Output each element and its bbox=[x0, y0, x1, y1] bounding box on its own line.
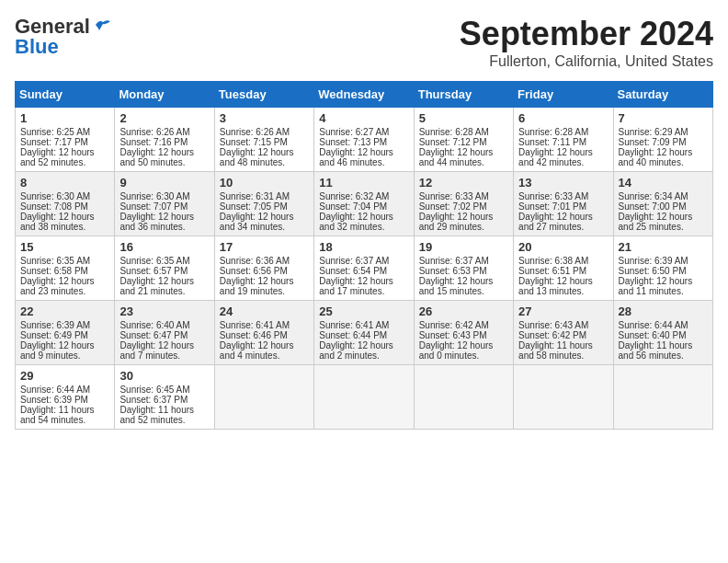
daylight-text: Daylight: 12 hours and 48 minutes. bbox=[220, 147, 294, 167]
day-number: 17 bbox=[220, 240, 309, 254]
table-row: 6Sunrise: 6:28 AMSunset: 7:11 PMDaylight… bbox=[514, 108, 613, 172]
day-number: 2 bbox=[119, 111, 209, 125]
day-number: 10 bbox=[220, 176, 309, 190]
header-tuesday: Tuesday bbox=[214, 82, 313, 108]
table-row: 8Sunrise: 6:30 AMSunset: 7:08 PMDaylight… bbox=[16, 172, 115, 236]
day-number: 14 bbox=[619, 176, 708, 190]
daylight-text: Daylight: 11 hours and 54 minutes. bbox=[20, 405, 95, 425]
day-number: 23 bbox=[119, 304, 209, 318]
table-row: 5Sunrise: 6:28 AMSunset: 7:12 PMDaylight… bbox=[414, 108, 513, 172]
table-row bbox=[514, 365, 613, 430]
sunrise-text: Sunrise: 6:33 AM bbox=[518, 191, 588, 201]
daylight-text: Daylight: 12 hours and 50 minutes. bbox=[119, 147, 194, 167]
daylight-text: Daylight: 12 hours and 21 minutes. bbox=[119, 276, 194, 296]
daylight-text: Daylight: 12 hours and 38 minutes. bbox=[20, 212, 95, 232]
table-row: 15Sunrise: 6:35 AMSunset: 6:58 PMDayligh… bbox=[16, 236, 115, 301]
sunrise-text: Sunrise: 6:28 AM bbox=[518, 127, 588, 137]
table-row: 27Sunrise: 6:43 AMSunset: 6:42 PMDayligh… bbox=[514, 301, 613, 365]
header-sunday: Sunday bbox=[16, 82, 115, 108]
sunrise-text: Sunrise: 6:25 AM bbox=[20, 127, 90, 137]
daylight-text: Daylight: 12 hours and 23 minutes. bbox=[20, 276, 95, 296]
sunset-text: Sunset: 7:08 PM bbox=[20, 201, 88, 212]
daylight-text: Daylight: 12 hours and 9 minutes. bbox=[20, 340, 95, 361]
sunset-text: Sunset: 7:13 PM bbox=[319, 137, 387, 147]
table-row: 1Sunrise: 6:25 AMSunset: 7:17 PMDaylight… bbox=[16, 108, 115, 172]
daylight-text: Daylight: 12 hours and 7 minutes. bbox=[119, 340, 194, 361]
day-number: 3 bbox=[220, 111, 309, 125]
table-row: 10Sunrise: 6:31 AMSunset: 7:05 PMDayligh… bbox=[214, 172, 313, 236]
day-number: 7 bbox=[619, 111, 708, 125]
sunset-text: Sunset: 7:17 PM bbox=[20, 137, 88, 147]
sunrise-text: Sunrise: 6:29 AM bbox=[619, 127, 688, 137]
title-block: September 2024 Fullerton, California, Un… bbox=[460, 15, 713, 70]
table-row: 29Sunrise: 6:44 AMSunset: 6:39 PMDayligh… bbox=[16, 365, 115, 430]
sunrise-text: Sunrise: 6:39 AM bbox=[20, 320, 90, 330]
sunrise-text: Sunrise: 6:27 AM bbox=[319, 127, 389, 137]
table-row: 26Sunrise: 6:42 AMSunset: 6:43 PMDayligh… bbox=[414, 301, 513, 365]
sunrise-text: Sunrise: 6:26 AM bbox=[119, 127, 189, 137]
table-row bbox=[214, 365, 313, 430]
sunrise-text: Sunrise: 6:30 AM bbox=[20, 191, 90, 201]
daylight-text: Daylight: 12 hours and 25 minutes. bbox=[619, 212, 693, 232]
sunset-text: Sunset: 6:57 PM bbox=[119, 266, 188, 276]
table-row: 9Sunrise: 6:30 AMSunset: 7:07 PMDaylight… bbox=[115, 172, 214, 236]
sunrise-text: Sunrise: 6:41 AM bbox=[319, 320, 389, 330]
calendar-week-row: 1Sunrise: 6:25 AMSunset: 7:17 PMDaylight… bbox=[16, 108, 713, 172]
sunset-text: Sunset: 6:58 PM bbox=[20, 266, 88, 276]
sunset-text: Sunset: 6:53 PM bbox=[419, 266, 487, 276]
sunset-text: Sunset: 7:12 PM bbox=[419, 137, 487, 147]
daylight-text: Daylight: 11 hours and 56 minutes. bbox=[619, 340, 693, 361]
table-row: 19Sunrise: 6:37 AMSunset: 6:53 PMDayligh… bbox=[414, 236, 513, 301]
daylight-text: Daylight: 12 hours and 34 minutes. bbox=[220, 212, 294, 232]
day-number: 6 bbox=[518, 111, 608, 125]
sunrise-text: Sunrise: 6:42 AM bbox=[419, 320, 489, 330]
table-row: 13Sunrise: 6:33 AMSunset: 7:01 PMDayligh… bbox=[514, 172, 613, 236]
daylight-text: Daylight: 12 hours and 4 minutes. bbox=[220, 340, 294, 361]
daylight-text: Daylight: 12 hours and 32 minutes. bbox=[319, 212, 393, 232]
sunrise-text: Sunrise: 6:41 AM bbox=[220, 320, 290, 330]
table-row: 2Sunrise: 6:26 AMSunset: 7:16 PMDaylight… bbox=[115, 108, 214, 172]
day-number: 1 bbox=[20, 111, 109, 125]
daylight-text: Daylight: 12 hours and 36 minutes. bbox=[119, 212, 194, 232]
table-row bbox=[414, 365, 513, 430]
logo-blue-text: Blue bbox=[15, 35, 59, 59]
header-saturday: Saturday bbox=[613, 82, 712, 108]
table-row: 18Sunrise: 6:37 AMSunset: 6:54 PMDayligh… bbox=[314, 236, 414, 301]
table-row: 16Sunrise: 6:35 AMSunset: 6:57 PMDayligh… bbox=[115, 236, 214, 301]
day-number: 18 bbox=[319, 240, 408, 254]
daylight-text: Daylight: 12 hours and 2 minutes. bbox=[319, 340, 393, 361]
sunrise-text: Sunrise: 6:26 AM bbox=[220, 127, 290, 137]
day-number: 26 bbox=[419, 304, 508, 318]
sunset-text: Sunset: 6:56 PM bbox=[220, 266, 288, 276]
sunset-text: Sunset: 6:46 PM bbox=[220, 330, 288, 340]
sunrise-text: Sunrise: 6:39 AM bbox=[619, 256, 688, 266]
daylight-text: Daylight: 12 hours and 27 minutes. bbox=[518, 212, 593, 232]
calendar-week-row: 29Sunrise: 6:44 AMSunset: 6:39 PMDayligh… bbox=[16, 365, 713, 430]
sunset-text: Sunset: 7:15 PM bbox=[220, 137, 288, 147]
daylight-text: Daylight: 12 hours and 42 minutes. bbox=[518, 147, 593, 167]
day-number: 19 bbox=[419, 240, 508, 254]
sunset-text: Sunset: 6:39 PM bbox=[20, 395, 88, 405]
sunrise-text: Sunrise: 6:37 AM bbox=[419, 256, 489, 266]
day-number: 16 bbox=[119, 240, 209, 254]
sunset-text: Sunset: 6:44 PM bbox=[319, 330, 387, 340]
table-row: 20Sunrise: 6:38 AMSunset: 6:51 PMDayligh… bbox=[514, 236, 613, 301]
sunrise-text: Sunrise: 6:35 AM bbox=[119, 256, 189, 266]
day-number: 11 bbox=[319, 176, 408, 190]
sunset-text: Sunset: 7:09 PM bbox=[619, 137, 687, 147]
table-row: 17Sunrise: 6:36 AMSunset: 6:56 PMDayligh… bbox=[214, 236, 313, 301]
sunset-text: Sunset: 6:51 PM bbox=[518, 266, 586, 276]
calendar-week-row: 15Sunrise: 6:35 AMSunset: 6:58 PMDayligh… bbox=[16, 236, 713, 301]
table-row: 3Sunrise: 6:26 AMSunset: 7:15 PMDaylight… bbox=[214, 108, 313, 172]
sunrise-text: Sunrise: 6:45 AM bbox=[119, 385, 189, 395]
sunset-text: Sunset: 7:02 PM bbox=[419, 201, 487, 212]
sunset-text: Sunset: 7:11 PM bbox=[518, 137, 586, 147]
table-row: 22Sunrise: 6:39 AMSunset: 6:49 PMDayligh… bbox=[16, 301, 115, 365]
sunrise-text: Sunrise: 6:38 AM bbox=[518, 256, 588, 266]
daylight-text: Daylight: 11 hours and 58 minutes. bbox=[518, 340, 593, 361]
page-title: September 2024 bbox=[460, 15, 713, 53]
daylight-text: Daylight: 12 hours and 11 minutes. bbox=[619, 276, 693, 296]
day-number: 12 bbox=[419, 176, 508, 190]
day-number: 5 bbox=[419, 111, 508, 125]
day-number: 9 bbox=[119, 176, 209, 190]
